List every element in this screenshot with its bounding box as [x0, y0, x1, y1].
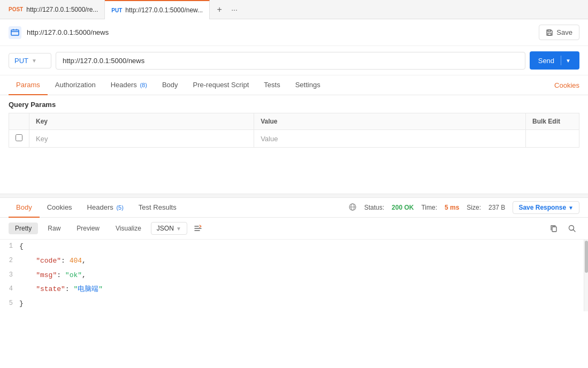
tab-settings[interactable]: Settings [288, 75, 328, 95]
response-tab-headers-badge: (5) [116, 204, 123, 211]
col-key-header: Key [29, 113, 254, 130]
response-nav: Body Cookies Headers (5) Test Results St… [0, 198, 588, 218]
send-arrow-icon[interactable]: ▼ [563, 58, 571, 64]
tab-authorization[interactable]: Authorization [48, 75, 103, 95]
tab-authorization-label: Authorization [55, 81, 96, 89]
scrollbar-thumb[interactable] [585, 241, 588, 273]
save-response-label: Save Response [518, 204, 566, 211]
status-label: Status: [364, 204, 384, 211]
cookies-link[interactable]: Cookies [554, 81, 579, 89]
response-tab-headers[interactable]: Headers (5) [80, 198, 131, 218]
tab-settings-label: Settings [295, 81, 320, 89]
line-num-5: 5 [0, 297, 19, 309]
query-params-title: Query Params [9, 101, 579, 109]
row-checkbox[interactable] [16, 134, 22, 141]
row-value-cell[interactable]: Value [254, 130, 526, 148]
format-type-select[interactable]: JSON ▼ [151, 222, 187, 235]
line-num-4: 4 [0, 283, 19, 294]
lines-svg-icon [194, 224, 202, 233]
row-checkbox-cell [9, 130, 29, 148]
svg-rect-1 [548, 33, 551, 35]
svg-rect-5 [552, 227, 556, 232]
size-value: 237 B [488, 204, 505, 211]
search-button[interactable] [564, 221, 579, 236]
tab-params-label: Params [16, 81, 40, 89]
search-icon [568, 224, 576, 233]
tab-headers-label: Headers [111, 81, 137, 89]
format-type-value: JSON [157, 225, 174, 232]
response-tab-body-label: Body [16, 203, 32, 211]
globe-icon [348, 203, 357, 213]
url-input[interactable] [56, 52, 525, 70]
save-response-button[interactable]: Save Response ▼ [513, 201, 579, 214]
tab-tests[interactable]: Tests [256, 75, 287, 95]
tab-body-label: Body [162, 81, 178, 89]
save-icon [546, 29, 553, 36]
tab-body[interactable]: Body [155, 75, 186, 95]
pretty-button[interactable]: Pretty [9, 223, 38, 234]
method-chevron-icon: ▼ [32, 58, 37, 64]
value-placeholder: Value [261, 135, 278, 143]
tab-url-put: http://127.0.0.1:5000/new... [125, 6, 203, 14]
svg-rect-0 [11, 30, 19, 35]
method-select[interactable]: PUT ▼ [9, 53, 51, 68]
line-num-1: 1 [0, 240, 19, 251]
send-button[interactable]: Send ▼ [530, 51, 579, 70]
response-tab-cookies[interactable]: Cookies [40, 198, 80, 218]
time-label: Time: [421, 204, 437, 211]
response-tab-body[interactable]: Body [9, 198, 40, 218]
line-num-3: 3 [0, 269, 19, 280]
svg-rect-2 [548, 30, 551, 32]
method-value: PUT [14, 57, 28, 65]
code-container: 1 { 2 "code": 404, 3 "msg": "ok", 4 "sta… [0, 240, 588, 311]
tab-bar: POST http://127.0.0.1:5000/re... PUT htt… [0, 0, 588, 19]
raw-button[interactable]: Raw [41, 223, 67, 234]
status-value: 200 OK [392, 204, 414, 211]
code-area: 1 { 2 "code": 404, 3 "msg": "ok", 4 "sta… [0, 240, 588, 311]
tab-url-post: http://127.0.0.1:5000/re... [26, 6, 98, 13]
response-tab-headers-label: Headers [87, 203, 113, 211]
format-lines-icon[interactable] [190, 221, 205, 236]
address-bar-section: http://127.0.0.1:5000/news Save [0, 19, 588, 46]
key-placeholder: Key [36, 135, 48, 143]
table-row: Key Value [9, 130, 579, 148]
tab-method-post: POST [9, 6, 23, 12]
row-key-cell[interactable]: Key [29, 130, 254, 148]
send-label: Send [538, 57, 559, 65]
visualize-button[interactable]: Visualize [109, 223, 148, 234]
response-tab-cookies-label: Cookies [47, 203, 72, 211]
tab-headers[interactable]: Headers (8) [103, 75, 155, 95]
tab-prerequest[interactable]: Pre-request Script [186, 75, 257, 95]
address-url: http://127.0.0.1:5000/news [27, 28, 539, 36]
save-button[interactable]: Save [539, 25, 579, 40]
params-table: Key Value Bulk Edit Key Value [9, 113, 579, 148]
tab-method-put: PUT [111, 7, 122, 13]
format-type-chevron-icon: ▼ [176, 226, 181, 232]
col-bulk-edit-header[interactable]: Bulk Edit [526, 113, 579, 130]
preview-button[interactable]: Preview [70, 223, 106, 234]
tab-actions: + ··· [212, 2, 238, 17]
code-line-4: 4 "state": "电脑端" [0, 282, 588, 297]
scrollbar-y[interactable] [584, 240, 588, 311]
copy-button[interactable] [546, 221, 561, 236]
response-tab-test-results-label: Test Results [139, 203, 177, 211]
save-response-arrow-icon: ▼ [568, 205, 574, 211]
col-value-header: Value [254, 113, 526, 130]
size-label: Size: [467, 204, 481, 211]
nav-tabs: Params Authorization Headers (8) Body Pr… [0, 75, 588, 95]
address-icon [9, 26, 21, 39]
tab-put[interactable]: PUT http://127.0.0.1:5000/new... [105, 0, 210, 19]
add-tab-button[interactable]: + [212, 2, 227, 17]
more-tabs-button[interactable]: ··· [231, 5, 238, 14]
tab-post[interactable]: POST http://127.0.0.1:5000/re... [2, 0, 105, 19]
response-tab-test-results[interactable]: Test Results [131, 198, 184, 218]
tab-prerequest-label: Pre-request Script [193, 81, 249, 89]
code-line-1: 1 { [0, 240, 588, 254]
col-checkbox [9, 113, 29, 130]
time-value: 5 ms [445, 204, 459, 211]
tab-params[interactable]: Params [9, 75, 48, 95]
code-line-2: 2 "code": 404, [0, 254, 588, 269]
params-section: Query Params Key Value Bulk Edit Key Val… [0, 95, 588, 151]
format-right-buttons [546, 221, 579, 236]
response-status: Status: 200 OK Time: 5 ms Size: 237 B Sa… [348, 201, 579, 214]
